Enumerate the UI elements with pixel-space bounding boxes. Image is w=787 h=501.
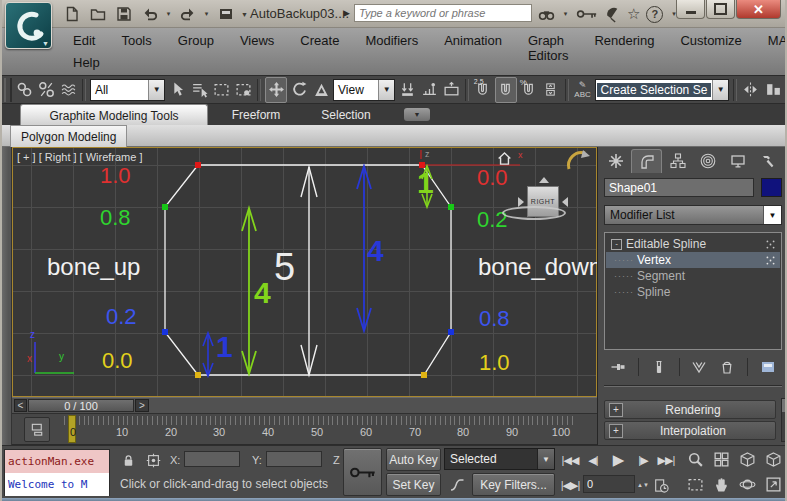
expand-icon[interactable]: + (609, 424, 623, 438)
menu-rendering[interactable]: Rendering (581, 30, 667, 66)
stack-row-editable-spline[interactable]: - Editable Spline (606, 236, 780, 252)
edit-named-selection-sets-icon[interactable]: ✎ABC (573, 78, 593, 102)
key-mode-toggle-icon[interactable]: |◀▶| (559, 475, 581, 495)
object-color-swatch[interactable] (761, 178, 782, 197)
tab-create-icon[interactable] (601, 149, 630, 172)
viewport-right-wireframe[interactable]: [ + ] [ Right ] [ Wireframe ] 1.0 0.8 0.… (12, 147, 597, 397)
select-by-name-icon[interactable] (189, 78, 209, 102)
scrollbar-thumb[interactable] (782, 399, 786, 412)
select-and-scale-icon[interactable] (311, 78, 331, 102)
viewcube-compass-ring[interactable] (502, 206, 566, 220)
stack-row-segment[interactable]: ····· Segment (606, 268, 780, 284)
auto-key-button[interactable]: Auto Key (386, 448, 441, 471)
viewcube-arrow-right-icon[interactable] (562, 197, 568, 207)
mini-curve-editor-icon[interactable] (24, 417, 50, 442)
pan-hand-icon[interactable] (709, 473, 733, 496)
menu-animation[interactable]: Animation (431, 30, 515, 66)
remove-modifier-icon[interactable] (719, 359, 735, 375)
menu-graph-editors[interactable]: Graph Editors (515, 30, 581, 66)
communication-center-icon[interactable] (604, 6, 621, 23)
key-filters-button[interactable]: Key Filters... (472, 473, 555, 496)
align-icon[interactable] (763, 78, 783, 102)
maximize-button[interactable] (706, 0, 735, 19)
maximize-viewport-icon[interactable] (761, 473, 785, 496)
y-coordinate-field[interactable] (266, 451, 322, 467)
menu-tools[interactable]: Tools (108, 30, 164, 66)
undo-dropdown-icon[interactable]: ▾ (164, 4, 173, 24)
viewport-menu-general[interactable]: [ + ] (17, 151, 36, 163)
project-folder-icon[interactable] (214, 4, 237, 24)
help-icon[interactable]: ? (646, 6, 663, 23)
percent-snap-toggle-icon[interactable]: % (519, 78, 539, 102)
menu-group[interactable]: Group (165, 30, 227, 66)
listener-macro-line[interactable]: actionMan.exe (5, 450, 109, 473)
search-icon[interactable] (538, 6, 555, 23)
ribbon-minimize-icon[interactable]: ▼ (404, 108, 430, 121)
angle-snap-toggle-icon[interactable] (495, 77, 517, 103)
play-button[interactable]: ▶ (605, 448, 631, 471)
selection-lock-icon[interactable] (118, 450, 139, 470)
tab-polygon-modeling[interactable]: Polygon Modeling (10, 125, 127, 147)
show-end-result-icon[interactable] (651, 359, 667, 375)
keyboard-shortcut-override-icon[interactable] (441, 78, 461, 102)
tab-freeform[interactable]: Freeform (220, 104, 292, 125)
pin-stack-icon[interactable] (610, 359, 626, 375)
zoom-icon[interactable] (683, 448, 707, 471)
panel-scrollbar[interactable] (781, 398, 787, 442)
undo-icon[interactable] (138, 4, 161, 24)
modifier-list-dropdown[interactable]: Modifier List ▼ (604, 205, 782, 225)
next-frame-button[interactable]: > (135, 399, 149, 412)
rollout-rendering[interactable]: + Rendering (604, 400, 776, 419)
zoom-all-icon[interactable] (709, 448, 733, 471)
tab-motion-icon[interactable] (693, 149, 722, 172)
snaps-toggle-25-icon[interactable]: 2.5 (473, 78, 493, 102)
selection-set-dropdown[interactable]: Selected ▼ (444, 448, 555, 470)
stack-row-spline[interactable]: ····· Spline (606, 284, 780, 300)
unlink-selection-icon[interactable] (36, 78, 56, 102)
track-bar[interactable]: 0 10 20 30 40 50 60 70 80 90 100 (12, 414, 597, 445)
previous-frame-button[interactable]: < (14, 399, 27, 412)
menu-customize[interactable]: Customize (667, 30, 754, 66)
search-expand-icon[interactable]: ▶ (343, 8, 350, 18)
docked-toolbar-grip[interactable] (2, 147, 12, 445)
viewcube-arrow-up-icon[interactable] (539, 177, 549, 183)
select-and-rotate-icon[interactable] (289, 78, 309, 102)
previous-frame-playback-button[interactable]: ◀| (583, 450, 603, 470)
absolute-mode-transform-icon[interactable] (143, 450, 164, 470)
use-pivot-center-icon[interactable] (397, 78, 417, 102)
license-key-icon[interactable] (576, 7, 598, 21)
tab-utilities-icon[interactable] (753, 149, 782, 172)
save-file-icon[interactable] (112, 4, 135, 24)
viewport-menu-shading[interactable]: [ Wireframe ] (80, 151, 143, 163)
zoom-region-icon[interactable] (683, 473, 707, 496)
time-slider-handle[interactable]: 0 / 100 (28, 399, 134, 412)
select-object-icon[interactable] (167, 78, 187, 102)
orbit-icon[interactable] (735, 473, 759, 496)
menu-views[interactable]: Views (227, 30, 287, 66)
orbit-arrow-icon[interactable] (565, 149, 593, 177)
tab-modify-icon[interactable] (631, 149, 662, 173)
favorites-star-icon[interactable]: ☆ (627, 5, 640, 23)
frame-spinner[interactable]: ▲▼ (637, 475, 646, 495)
spline-vertices[interactable] (162, 162, 454, 378)
zoom-extents-all-icon[interactable] (761, 448, 785, 471)
stack-row-vertex[interactable]: ····· Vertex (606, 252, 780, 268)
collapse-icon[interactable]: - (611, 239, 622, 250)
maxscript-mini-listener[interactable]: actionMan.exe Welcome to M (4, 449, 110, 496)
spinner-snap-toggle-icon[interactable] (541, 78, 561, 102)
select-and-move-icon[interactable] (265, 77, 287, 103)
time-slider-track[interactable]: < 0 / 100 > (12, 397, 597, 414)
toolbar-grip[interactable] (4, 78, 12, 102)
go-to-end-button[interactable]: ▶▶| (655, 450, 677, 470)
open-file-icon[interactable] (86, 4, 109, 24)
current-frame-field[interactable] (583, 475, 635, 493)
tab-hierarchy-icon[interactable] (663, 149, 692, 172)
menu-create[interactable]: Create (287, 30, 352, 66)
configure-modifier-sets-icon[interactable] (760, 359, 776, 375)
redo-icon[interactable] (176, 4, 199, 24)
search-input[interactable] (354, 4, 532, 22)
named-selection-sets-dropdown[interactable]: Create Selection Se ▼ (595, 79, 730, 101)
make-unique-icon[interactable] (691, 359, 707, 375)
go-to-start-button[interactable]: |◀◀ (559, 450, 581, 470)
close-button[interactable]: ✕ (736, 0, 781, 19)
